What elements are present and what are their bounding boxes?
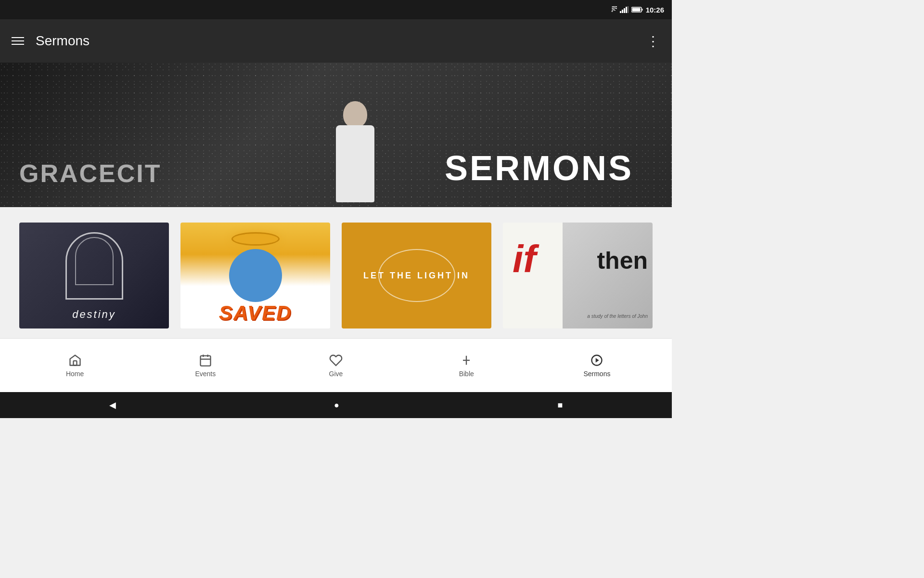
page-title: Sermons (36, 33, 90, 49)
signal-icon (620, 6, 629, 13)
more-options-button[interactable]: ⋮ (646, 33, 660, 49)
back-button[interactable]: ◀ (100, 396, 126, 414)
svg-rect-1 (622, 10, 623, 13)
battery-icon (631, 6, 643, 13)
nav-label-home: Home (66, 370, 84, 378)
nav-label-bible: Bible (459, 370, 474, 378)
nav-item-home[interactable]: Home (10, 354, 140, 378)
nav-label-sermons: Sermons (583, 370, 610, 378)
hero-main-text: SERMONS (445, 148, 633, 188)
ifthen-background (563, 223, 653, 328)
wifi-icon (607, 6, 617, 13)
destiny-title: destiny (19, 308, 169, 321)
destiny-arch-inner (75, 237, 114, 285)
nav-item-bible[interactable]: Bible (401, 354, 532, 378)
home-icon (68, 354, 82, 367)
bible-icon (460, 354, 473, 367)
hero-banner[interactable]: GRACECIT SERMONS (0, 63, 672, 207)
menu-button[interactable] (12, 37, 24, 45)
svg-rect-3 (626, 7, 627, 13)
hero-person-head (343, 101, 367, 128)
svg-rect-9 (200, 355, 210, 366)
svg-marker-16 (596, 358, 599, 362)
saved-halo (231, 232, 280, 246)
recent-button[interactable]: ■ (548, 396, 572, 414)
svg-rect-2 (624, 8, 625, 13)
sermon-card-light[interactable]: LET THE LIGHT IN (342, 223, 491, 328)
svg-rect-0 (620, 11, 621, 13)
app-bar: Sermons ⋮ (0, 19, 672, 63)
sermon-card-destiny[interactable]: destiny (19, 223, 169, 328)
system-nav: ◀ ● ■ (0, 392, 672, 418)
nav-label-events: Events (195, 370, 216, 378)
nav-item-events[interactable]: Events (140, 354, 270, 378)
nav-item-sermons[interactable]: Sermons (532, 354, 662, 378)
status-icons: 10:26 (607, 6, 664, 14)
app-bar-left: Sermons (12, 33, 90, 49)
nav-label-give: Give (329, 370, 343, 378)
ifthen-subtitle: a study of the letters of John (587, 314, 648, 319)
saved-circle (229, 249, 282, 302)
status-time: 10:26 (646, 6, 664, 14)
ifthen-then: then (597, 247, 648, 275)
light-title: LET THE LIGHT IN (363, 269, 470, 283)
sermon-card-ifthen[interactable]: if then a study of the letters of John (503, 223, 653, 328)
events-icon (199, 354, 212, 367)
saved-title: SAVED (180, 302, 330, 325)
give-icon (329, 354, 343, 367)
ifthen-if: if (513, 237, 536, 281)
svg-rect-7 (632, 8, 640, 12)
bottom-nav: Home Events Give Bible Sermons (0, 338, 672, 392)
nav-item-give[interactable]: Give (270, 354, 401, 378)
sermon-card-saved[interactable]: SAVED (180, 223, 330, 328)
status-bar: 10:26 (0, 0, 672, 19)
svg-rect-8 (73, 361, 77, 365)
hero-left-text: GRACECIT (19, 159, 162, 188)
home-button[interactable]: ● (324, 396, 349, 414)
hero-person (307, 67, 403, 202)
svg-rect-4 (628, 6, 629, 13)
sermons-icon (590, 354, 603, 367)
svg-rect-6 (642, 9, 642, 11)
